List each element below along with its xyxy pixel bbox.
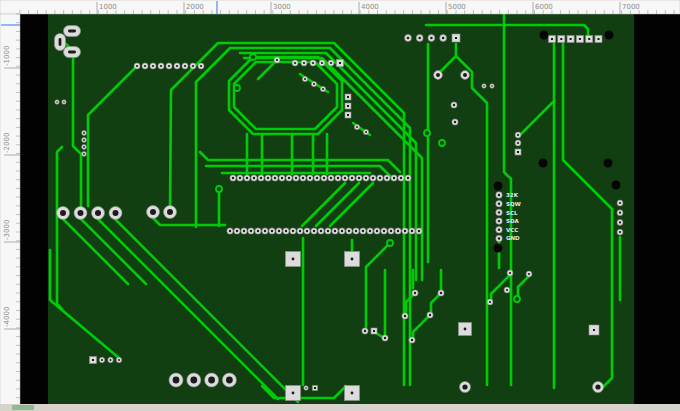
pad-hole (316, 177, 318, 179)
pad-hole (208, 377, 215, 384)
left-ruler-label: -3000 (3, 220, 11, 240)
pcb-editor-window: 32KSQWSCLSDAVCCGND1000200030004000500060… (0, 0, 680, 411)
pin-label: GND (506, 235, 520, 241)
drill-hole[interactable] (612, 181, 621, 190)
pad-hole (136, 65, 138, 67)
pin-label: VCC (506, 227, 518, 233)
pad-hole (322, 88, 324, 90)
pad-hole (323, 177, 325, 179)
pad-hole (320, 230, 322, 232)
pad-hole (313, 230, 315, 232)
pad-hole (83, 139, 85, 141)
pad-hole (285, 230, 287, 232)
pad-hole (330, 177, 332, 179)
via[interactable] (250, 54, 256, 60)
pad-hole (250, 230, 252, 232)
pad-hole (226, 377, 233, 384)
pad-hole (101, 359, 103, 361)
pcb-canvas-svg[interactable]: 32KSQWSCLSDAVCCGND1000200030004000500060… (0, 0, 680, 411)
via[interactable] (439, 140, 445, 146)
pad-hole (288, 177, 290, 179)
pad-hole (257, 230, 259, 232)
pad-hole (570, 38, 572, 40)
horizontal-scrollbar-thumb[interactable] (12, 405, 34, 410)
drill-hole[interactable] (494, 182, 503, 191)
left-ruler-label: -1000 (3, 46, 11, 66)
top-ruler-label: 5000 (448, 3, 466, 11)
pad-hole (436, 73, 440, 77)
top-ruler-label: 3000 (273, 3, 291, 11)
top-ruler-label: 6000 (535, 3, 553, 11)
pad-hole (498, 220, 500, 222)
pad-hole (168, 65, 170, 67)
pad-hole (498, 237, 500, 239)
pad-slot (68, 30, 76, 33)
pad-hole (321, 62, 323, 64)
pad-hole (229, 230, 231, 232)
pad-hole (414, 292, 416, 294)
pin-label: SQW (506, 201, 521, 207)
pad-hole (144, 65, 146, 67)
pad-hole (383, 230, 385, 232)
pad-hole (330, 62, 332, 64)
pad-hole (579, 38, 581, 40)
pad-hole (462, 384, 467, 389)
pad-hole (358, 177, 360, 179)
pad-hole (347, 105, 349, 107)
pad-hole (281, 177, 283, 179)
pad-hole (407, 37, 410, 40)
pad-hole (110, 359, 112, 361)
pcb-board[interactable] (48, 14, 634, 404)
pad-mark (464, 328, 467, 331)
left-ruler-label: -2000 (3, 133, 11, 153)
pad-hole (60, 210, 66, 216)
pad-hole (232, 177, 234, 179)
left-ruler-label: -4000 (3, 307, 11, 327)
pad-hole (430, 37, 433, 40)
pad-hole (489, 301, 491, 303)
pad-hole (517, 142, 519, 144)
pad-hole (167, 209, 173, 215)
pad-hole (299, 230, 301, 232)
pad-hole (264, 230, 266, 232)
pad-hole (347, 96, 349, 98)
via[interactable] (387, 240, 393, 246)
via[interactable] (216, 186, 222, 192)
horizontal-scrollbar-track[interactable] (0, 404, 680, 411)
via[interactable] (424, 130, 430, 136)
drill-hole[interactable] (540, 31, 549, 40)
drill-hole[interactable] (494, 244, 503, 253)
pad-hole (292, 230, 294, 232)
pad-hole (347, 114, 349, 116)
pad-hole (619, 221, 621, 223)
pad-hole (369, 230, 371, 232)
pad-hole (455, 37, 457, 39)
via[interactable] (514, 296, 520, 302)
pad-hole (239, 177, 241, 179)
pad-hole (253, 177, 255, 179)
pad-hole (498, 211, 500, 213)
pad-hole (63, 101, 65, 103)
pad-hole (118, 359, 120, 361)
pad-hole (429, 314, 431, 316)
drill-hole[interactable] (605, 31, 614, 40)
pad-hole (267, 177, 269, 179)
pad-hole (302, 177, 304, 179)
pad-slot (68, 51, 76, 54)
via[interactable] (234, 85, 240, 91)
pad-hole (386, 177, 388, 179)
pad-hole (83, 153, 85, 155)
pad-hole (619, 212, 621, 214)
pad-hole (595, 384, 600, 389)
drill-hole[interactable] (539, 159, 548, 168)
drill-hole[interactable] (604, 159, 613, 168)
pad-hole (303, 62, 305, 64)
pad-hole (619, 202, 621, 204)
pad-hole (593, 329, 595, 331)
pad-hole (373, 330, 375, 332)
pad-hole (348, 230, 350, 232)
left-ruler[interactable] (0, 14, 20, 411)
pad-hole (384, 337, 386, 339)
pad-hole (418, 230, 420, 232)
pad-hole (295, 177, 297, 179)
